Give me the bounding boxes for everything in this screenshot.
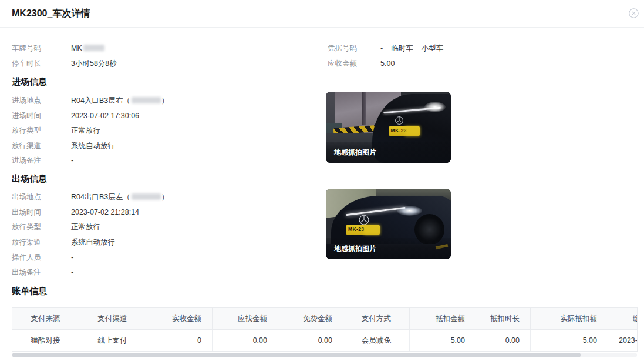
cell-change-amount: 0.00 [213,330,278,351]
mercedes-star-icon [358,214,370,226]
field-receivable-amount: 应收金额 5.00 [328,59,633,68]
column-header: 抵扣时长 [476,308,531,330]
header-divider [0,27,644,28]
field-label: 停车时长 [12,59,41,68]
exit-section-heading: 出场信息 [12,173,47,185]
vehicle-type-tag: 临时车 [391,44,413,52]
field-label: 进场地点 [12,96,41,105]
field-value: MK [71,44,82,52]
column-header: 支付渠道 [79,308,146,330]
field-exit-time: 出场时间 2023-07-02 21:28:14 [12,208,317,217]
field-value: 3小时58分8秒 [71,59,117,68]
license-plate-text: MK-23 [348,226,365,232]
photo-caption: 地感抓拍图片 [334,148,376,158]
column-header: 免费金额 [278,308,343,330]
cell-payment-source: 猫酷对接 [12,330,79,351]
field-value-suffix: ） [161,193,169,201]
field-entry-release-type: 放行类型 正常放行 [12,126,317,135]
mercedes-star-icon [395,116,404,125]
vehicle-size-tag: 小型车 [422,44,444,52]
field-value: 2023-07-02 17:30:06 [71,111,139,121]
trip-detail-modal: MK2300_车次详情 车牌号码 MK 停车时长 3小时58分8秒 凭据号码 -… [0,0,644,358]
field-label: 操作人员 [12,253,41,262]
field-value: R04入口B3层右（ [71,96,130,105]
field-value: - [71,253,73,262]
field-label: 放行渠道 [12,141,41,150]
field-value: - [71,267,73,277]
redacted-blur [364,225,379,235]
field-label: 放行类型 [12,126,41,135]
photo-caption-overlay: 地感抓拍图片 [326,142,451,163]
field-voucher-number: 凭据号码 -临时车小型车 [328,44,633,53]
field-value: - [380,44,383,52]
column-header: 支付方式 [343,308,410,330]
table-row: 猫酷对接 线上支付 0 0.00 0.00 会员减免 5.00 0.00 5.0… [12,330,638,351]
cell-actual-deduction: 5.00 [531,330,608,351]
exit-capture-photo[interactable]: MK-23 地感抓拍图片 [326,189,451,259]
cell-payment-channel: 线上支付 [79,330,146,351]
field-exit-remark: 出场备注 - [12,267,317,277]
field-value: 正常放行 [71,126,100,135]
field-parking-duration: 停车时长 3小时58分8秒 [12,59,317,68]
cell-payment-method: 会员减免 [343,330,410,351]
field-label: 出场地点 [12,192,41,202]
entry-section-heading: 进场信息 [12,76,47,88]
redacted-blur [132,97,161,103]
close-icon [629,8,639,18]
field-label: 车牌号码 [12,44,41,53]
field-value: 系统自动放行 [71,237,115,247]
field-value: 2023-07-02 21:28:14 [71,208,139,217]
horizontal-scrollbar-thumb[interactable] [12,353,581,357]
field-exit-release-channel: 放行渠道 系统自动放行 [12,237,317,247]
field-entry-remark: 进场备注 - [12,156,317,165]
field-label: 进场时间 [12,111,41,121]
field-label: 进场备注 [12,156,41,165]
field-value: 5.00 [380,59,395,68]
field-value: 正常放行 [71,222,100,232]
cell-received-amount: 0 [146,330,213,351]
redacted-blur [405,126,419,136]
cell-payment-time: 2023- [608,330,638,351]
close-button[interactable] [629,8,639,18]
field-label: 放行类型 [12,222,41,232]
cell-deduction-amount: 5.00 [410,330,476,351]
column-header: 实收金额 [146,308,213,330]
horizontal-scrollbar-track[interactable] [12,353,637,357]
field-label: 凭据号码 [328,44,357,53]
field-value-suffix: ） [161,96,169,105]
field-label: 放行渠道 [12,237,41,247]
column-header: 缴 [608,308,638,330]
garage-pole [362,92,366,125]
redacted-blur [132,193,161,200]
field-plate-number: 车牌号码 MK [12,44,317,53]
entry-capture-photo[interactable]: MK-23 地感抓拍图片 [326,92,451,163]
redacted-blur [83,45,104,51]
photo-caption: 地感抓拍图片 [334,244,376,254]
table-header-row: 支付来源 支付渠道 实收金额 应找金额 免费金额 支付方式 抵扣金额 抵扣时长 … [12,308,638,330]
license-plate: MK-23 [389,126,420,136]
cell-deduction-duration: 0.00 [476,330,531,351]
column-header: 实际抵扣额 [531,308,608,330]
field-label: 应收金额 [328,59,357,68]
field-exit-location: 出场地点 R04出口B3层左（） [12,192,317,202]
field-value: 系统自动放行 [71,141,115,150]
license-plate-text: MK-23 [391,128,407,133]
field-value: R04出口B3层左（ [71,193,130,201]
bill-table: 支付来源 支付渠道 实收金额 应找金额 免费金额 支付方式 抵扣金额 抵扣时长 … [12,307,638,352]
field-label: 出场时间 [12,208,41,217]
field-entry-release-channel: 放行渠道 系统自动放行 [12,141,317,150]
cell-free-amount: 0.00 [278,330,343,351]
photo-caption-overlay: 地感抓拍图片 [326,238,451,259]
field-exit-release-type: 放行类型 正常放行 [12,222,317,232]
field-entry-time: 进场时间 2023-07-02 17:30:06 [12,111,317,121]
field-entry-location: 进场地点 R04入口B3层右（） [12,96,317,105]
field-value: - [71,156,73,165]
column-header: 支付来源 [12,308,79,330]
column-header: 抵扣金额 [410,308,476,330]
field-operator: 操作人员 - [12,253,317,262]
column-header: 应找金额 [213,308,278,330]
bill-section-heading: 账单信息 [12,286,47,297]
headlight-glare [397,206,422,216]
page-title: MK2300_车次详情 [12,8,90,20]
field-label: 出场备注 [12,267,41,277]
